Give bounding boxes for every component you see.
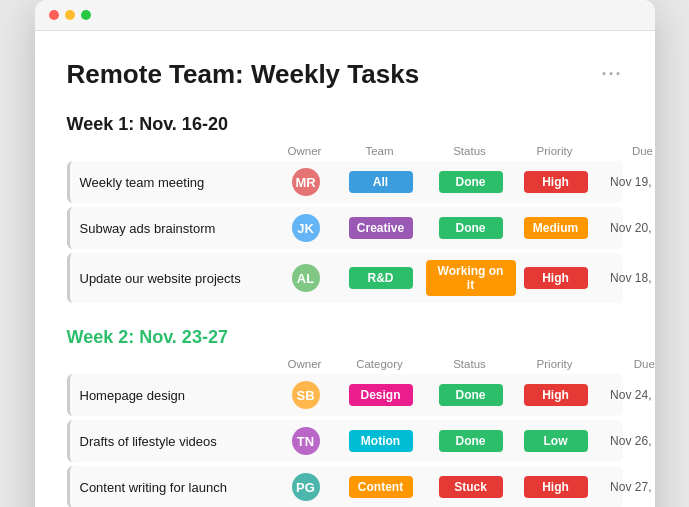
task-name: Drafts of lifestyle videos (76, 434, 276, 449)
task-name: Update our website projects (76, 271, 276, 286)
page-title-row: Remote Team: Weekly Tasks ··· (67, 59, 623, 90)
page-title: Remote Team: Weekly Tasks (67, 59, 420, 90)
col-task-label (75, 358, 275, 370)
due-date: Nov 24, 2020 (596, 388, 655, 402)
minimize-dot[interactable] (65, 10, 75, 20)
avatar: SB (292, 381, 320, 409)
priority-badge[interactable]: High (524, 267, 588, 289)
due-date: Nov 27, 2020 (596, 480, 655, 494)
col-due-label: Due Date (595, 145, 655, 157)
avatar: PG (292, 473, 320, 501)
avatar: MR (292, 168, 320, 196)
col-team-label: Team (335, 145, 425, 157)
week1-section: Week 1: Nov. 16-20 Owner Team Status Pri… (67, 114, 623, 303)
priority-badge[interactable]: High (524, 476, 588, 498)
close-dot[interactable] (49, 10, 59, 20)
due-date: Nov 26, 2020 (596, 434, 655, 448)
team-badge[interactable]: Content (349, 476, 413, 498)
col-status-label: Status (425, 145, 515, 157)
more-menu-button[interactable]: ··· (601, 64, 622, 85)
due-date: Nov 20, 2020 (596, 221, 655, 235)
avatar: TN (292, 427, 320, 455)
week2-section: Week 2: Nov. 23-27 Owner Category Status… (67, 327, 623, 507)
col-owner-label: Owner (275, 145, 335, 157)
team-badge[interactable]: Design (349, 384, 413, 406)
week1-header: Week 1: Nov. 16-20 (67, 114, 623, 135)
status-badge[interactable]: Stuck (439, 476, 503, 498)
status-badge[interactable]: Done (439, 384, 503, 406)
col-priority-label: Priority (515, 145, 595, 157)
priority-badge[interactable]: Low (524, 430, 588, 452)
status-badge[interactable]: Done (439, 430, 503, 452)
team-badge[interactable]: All (349, 171, 413, 193)
due-date: Nov 18, 2020 (596, 271, 655, 285)
table-row: Homepage design SB Design Done High Nov … (67, 374, 623, 416)
avatar: JK (292, 214, 320, 242)
priority-badge[interactable]: High (524, 171, 588, 193)
table-row: Weekly team meeting MR All Done High Nov… (67, 161, 623, 203)
week2-header: Week 2: Nov. 23-27 (67, 327, 623, 348)
maximize-dot[interactable] (81, 10, 91, 20)
col-task-label (75, 145, 275, 157)
table-row: Content writing for launch PG Content St… (67, 466, 623, 507)
avatar: AL (292, 264, 320, 292)
col-owner-label: Owner (275, 358, 335, 370)
app-window: Remote Team: Weekly Tasks ··· Week 1: No… (35, 0, 655, 507)
status-badge[interactable]: Done (439, 171, 503, 193)
team-badge[interactable]: Creative (349, 217, 413, 239)
col-status-label: Status (425, 358, 515, 370)
task-name: Weekly team meeting (76, 175, 276, 190)
table-row: Drafts of lifestyle videos TN Motion Don… (67, 420, 623, 462)
col-priority-label: Priority (515, 358, 595, 370)
table-row: Update our website projects AL R&D Worki… (67, 253, 623, 303)
status-badge[interactable]: Done (439, 217, 503, 239)
task-name: Content writing for launch (76, 480, 276, 495)
main-content: Remote Team: Weekly Tasks ··· Week 1: No… (35, 31, 655, 507)
table-row: Subway ads brainstorm JK Creative Done M… (67, 207, 623, 249)
week2-col-headers: Owner Category Status Priority Due date (75, 358, 623, 374)
priority-badge[interactable]: High (524, 384, 588, 406)
col-due-label: Due date (595, 358, 655, 370)
status-badge[interactable]: Working on it (426, 260, 516, 296)
task-name: Homepage design (76, 388, 276, 403)
team-badge[interactable]: R&D (349, 267, 413, 289)
task-name: Subway ads brainstorm (76, 221, 276, 236)
week1-col-headers: Owner Team Status Priority Due Date (75, 145, 623, 161)
title-bar (35, 0, 655, 31)
priority-badge[interactable]: Medium (524, 217, 588, 239)
team-badge[interactable]: Motion (349, 430, 413, 452)
due-date: Nov 19, 2020 (596, 175, 655, 189)
col-category-label: Category (335, 358, 425, 370)
